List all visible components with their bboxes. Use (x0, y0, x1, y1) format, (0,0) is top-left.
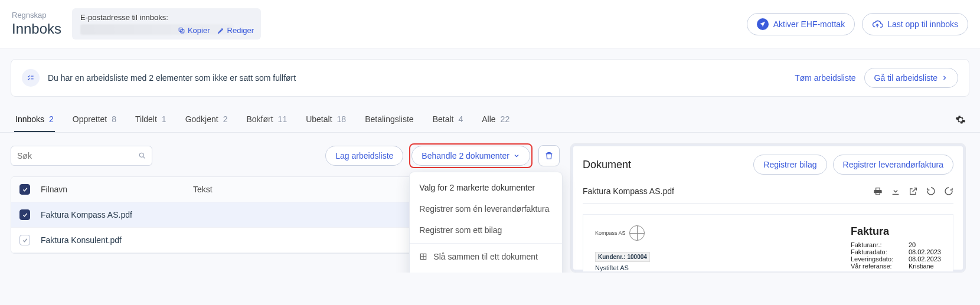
process-documents-button[interactable]: Behandle 2 dokumenter (411, 146, 530, 166)
archive-trash-button[interactable] (538, 145, 560, 166)
tab-tildelt[interactable]: Tildelt1 (134, 107, 168, 132)
dropdown-register-supplier-invoice[interactable]: Registrer som én leverandørfaktura (410, 198, 562, 219)
preview-company-logo: Kompass AS (595, 225, 650, 241)
header: Regnskap Innboks E-postadresse til innbo… (0, 0, 980, 48)
register-supplier-invoice-button[interactable]: Registrer leverandørfaktura (833, 155, 953, 175)
tabs: Innboks2Opprettet8Tildelt1Godkjent2Bokfø… (0, 107, 980, 133)
merge-icon (419, 252, 427, 261)
copy-icon (178, 27, 185, 34)
chevron-down-icon (513, 152, 520, 159)
process-documents-highlight: Behandle 2 dokumenter (409, 143, 533, 168)
download-icon[interactable] (891, 186, 900, 196)
preview-customer-number: Kundenr.: 100004 (595, 252, 650, 262)
upload-button[interactable]: Last opp til innboks (862, 13, 968, 35)
inbox-email-block: E-postadresse til innboks: Kopier Redige… (72, 8, 261, 40)
copy-email-link[interactable]: Kopier (178, 26, 210, 35)
send-icon (757, 18, 769, 30)
file-bar: Faktura Kompass AS.pdf (583, 183, 953, 204)
search-input[interactable] (11, 146, 152, 166)
dropdown-title: Valg for 2 markerte dokumenter (410, 178, 562, 198)
row-filename: Faktura Kompass AS.pdf (41, 210, 182, 219)
crosshair-icon (629, 225, 645, 241)
tab-betalingsliste[interactable]: Betalingsliste (364, 107, 415, 132)
page-title: Innboks (12, 21, 61, 37)
svg-point-2 (139, 153, 143, 157)
goto-worklist-button[interactable]: Gå til arbeidsliste (864, 68, 958, 88)
page-title-block: Regnskap Innboks (12, 11, 61, 37)
dropdown-register-voucher[interactable]: Registrer som ett bilag (410, 219, 562, 241)
checklist-icon (22, 69, 40, 87)
tab-godkjent[interactable]: Godkjent2 (184, 107, 229, 132)
preview-invoice-title: Faktura (851, 225, 941, 238)
pdf-preview: Kompass AS Kundenr.: 100004 Nystiftet AS… (583, 214, 953, 272)
clear-worklist-link[interactable]: Tøm arbeidsliste (795, 73, 855, 83)
row-checkbox[interactable] (19, 235, 30, 245)
make-worklist-button[interactable]: Lag arbeidsliste (325, 146, 403, 166)
tab-innboks[interactable]: Innboks2 (14, 107, 55, 132)
search-icon (138, 152, 146, 160)
document-heading: Dokument (583, 159, 631, 171)
preview-customer-name: Nystiftet AS (595, 264, 650, 271)
open-external-icon[interactable] (909, 186, 918, 196)
settings-gear-icon[interactable] (955, 107, 966, 132)
banner-text: Du har en arbeidsliste med 2 elementer s… (48, 73, 296, 83)
cloud-upload-icon (872, 19, 883, 29)
select-all-checkbox[interactable] (19, 184, 30, 195)
breadcrumb: Regnskap (12, 11, 61, 19)
worklist-banner: Du har en arbeidsliste med 2 elementer s… (11, 59, 969, 97)
dropdown-delete[interactable]: Slett dokumenter (410, 267, 562, 273)
dropdown-merge[interactable]: Slå sammen til ett dokument (410, 246, 562, 267)
preview-filename: Faktura Kompass AS.pdf (583, 186, 674, 196)
tab-bokført[interactable]: Bokført11 (245, 107, 288, 132)
pencil-icon (217, 27, 225, 34)
inbox-email-label: E-postadresse til innboks: (80, 13, 253, 22)
column-filename: Filnavn (41, 185, 182, 194)
chevron-right-icon (941, 74, 948, 81)
rotate-cw-icon[interactable] (944, 186, 953, 196)
row-filename: Faktura Konsulent.pdf (41, 235, 182, 245)
tab-betalt[interactable]: Betalt4 (432, 107, 465, 132)
tab-ubetalt[interactable]: Ubetalt18 (305, 107, 347, 132)
row-checkbox[interactable] (19, 209, 30, 220)
tab-opprettet[interactable]: Opprettet8 (71, 107, 117, 132)
activate-ehf-button[interactable]: Aktiver EHF-mottak (747, 13, 855, 35)
list-toolbar: Lag arbeidsliste Behandle 2 dokumenter V… (11, 143, 560, 168)
print-icon[interactable] (873, 186, 883, 196)
edit-email-link[interactable]: Rediger (217, 26, 254, 35)
register-voucher-button[interactable]: Registrer bilag (753, 155, 827, 175)
document-panel: Dokument Registrer bilag Registrer lever… (570, 143, 966, 273)
search-box (11, 146, 152, 166)
tab-alle[interactable]: Alle22 (481, 107, 511, 132)
process-documents-dropdown: Valg for 2 markerte dokumenter Registrer… (409, 172, 563, 273)
rotate-ccw-icon[interactable] (926, 186, 936, 196)
